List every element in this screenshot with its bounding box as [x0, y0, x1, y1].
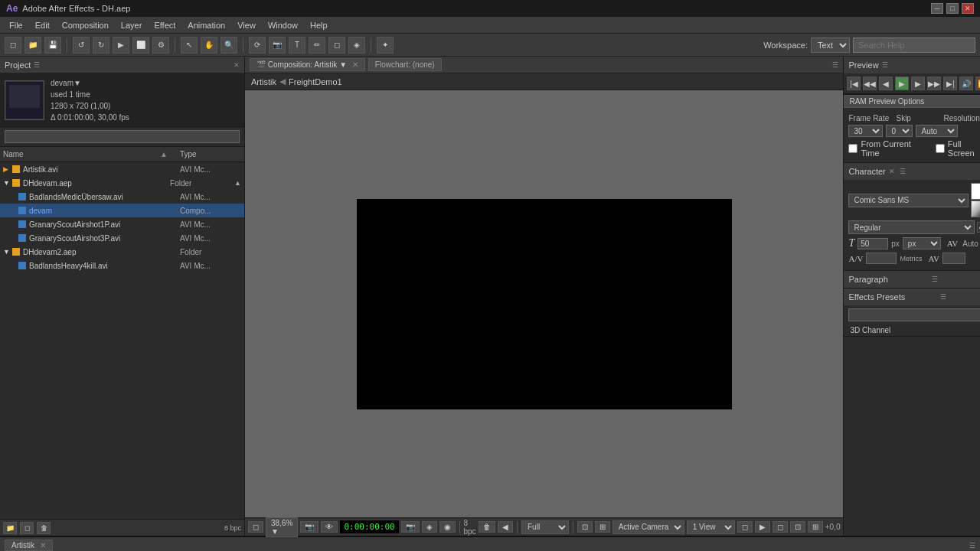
menu-edit[interactable]: Edit [29, 19, 56, 31]
bpc-label[interactable]: 8 bpc [463, 519, 476, 536]
snapshot-button[interactable]: 📷 [300, 521, 318, 533]
ram-preview-header[interactable]: RAM Preview Options ▼ [844, 95, 980, 108]
render-button[interactable]: ▶ [755, 521, 770, 533]
fill-color-swatch[interactable] [971, 183, 980, 200]
list-item[interactable]: ▼ DHdevam2.aep Folder [0, 245, 244, 259]
next-frame-button[interactable]: ▶▶ [927, 77, 941, 90]
comp-close[interactable]: ✕ [352, 60, 358, 69]
menu-effect[interactable]: Effect [148, 19, 181, 31]
pen-tool[interactable]: ✏ [309, 37, 325, 54]
list-item[interactable]: GranaryScoutAirshot1P.avi AVI Mc... [0, 217, 244, 231]
list-item[interactable]: ▼ DHdevam.aep Folder ▲ [0, 176, 244, 190]
skip-dropdown[interactable]: 0 1 2 [886, 125, 913, 137]
font-size-unit-dropdown[interactable]: px [903, 237, 941, 249]
zoom-tool[interactable]: 🔍 [220, 37, 237, 54]
resolution-dropdown[interactable]: Full Half Quarter Auto [521, 520, 569, 534]
selection-tool[interactable]: ↖ [181, 37, 198, 54]
timecode-display[interactable]: 0:00:00:00 [340, 520, 398, 533]
effects-search-input[interactable] [848, 308, 980, 321]
list-item[interactable]: BadlandsMedicÜbersaw.avi AVI Mc... [0, 190, 244, 204]
timeline-menu[interactable]: ☰ [969, 542, 975, 549]
font-style-dropdown[interactable]: Regular Bold Italic [848, 220, 975, 234]
camera-button[interactable]: 📷 [401, 521, 420, 533]
comp-button[interactable]: ◻ [737, 521, 753, 533]
flowchart-button[interactable]: Flowchart: (none) [368, 58, 442, 71]
stroke-color-swatch[interactable] [971, 201, 980, 217]
menu-composition[interactable]: Composition [56, 19, 115, 31]
new-comp-from-sel-button[interactable]: ◻ [20, 522, 34, 534]
menu-layer[interactable]: Layer [115, 19, 149, 31]
composition-viewer[interactable] [245, 90, 843, 517]
breadcrumb-freightdemo[interactable]: FreightDemo1 [289, 77, 342, 86]
effects-category-3d[interactable]: 3D Channel [844, 324, 980, 336]
menu-animation[interactable]: Animation [181, 19, 231, 31]
frame-rate-dropdown[interactable]: 30 24 25 [848, 125, 883, 137]
settings-button[interactable]: ⚙ [152, 37, 169, 54]
prev-frame-button[interactable]: ◀◀ [863, 77, 877, 90]
timeline-tab-close[interactable]: ✕ [40, 541, 46, 549]
tracking-input[interactable] [866, 253, 897, 264]
loop-button[interactable]: 🔁 [975, 77, 980, 90]
delete-button[interactable]: 🗑 [37, 522, 51, 534]
last-frame-button[interactable]: ▶| [943, 77, 957, 90]
resolution-dropdown[interactable]: Auto Full Half [916, 125, 958, 137]
comp-options-icon[interactable]: ☰ [832, 61, 838, 69]
open-button[interactable]: 📁 [24, 37, 41, 54]
minimize-button[interactable]: ─ [931, 3, 943, 14]
list-item[interactable]: BadlandsHeavy4kill.avi AVI Mc... [0, 259, 244, 272]
project-search-input[interactable] [5, 130, 240, 143]
zoom-display[interactable]: 38,6% ▼ [266, 517, 298, 537]
menu-file[interactable]: File [3, 19, 29, 31]
av-input[interactable] [942, 253, 965, 264]
workspace-dropdown[interactable]: Text [811, 37, 850, 53]
save-button[interactable]: 💾 [44, 37, 61, 54]
prev-one-frame-button[interactable]: ◀ [879, 77, 893, 90]
close-button[interactable]: ✕ [962, 3, 974, 14]
list-item[interactable]: devam Compo... [0, 204, 244, 217]
always-preview-button[interactable]: ◻ [248, 521, 263, 533]
next-one-frame-button[interactable]: ▶ [911, 77, 925, 90]
full-screen-checkbox[interactable] [936, 144, 945, 153]
from-current-time-checkbox[interactable] [848, 144, 858, 153]
clone-tool[interactable]: ◈ [348, 37, 365, 54]
menu-view[interactable]: View [231, 19, 262, 31]
puppet-tool[interactable]: ✦ [377, 37, 394, 54]
delete-footage-button[interactable]: 🗑 [479, 521, 495, 533]
layer-controls-button[interactable]: ◻ [773, 521, 788, 533]
list-item[interactable]: GranaryScoutAirshot3P.avi AVI Mc... [0, 231, 244, 245]
font-family-dropdown[interactable]: Comic Sans MS [848, 194, 969, 207]
guide-button[interactable]: ⊞ [808, 521, 823, 533]
camera-dropdown[interactable]: Active Camera [612, 520, 684, 534]
show-snapshot-button[interactable]: 👁 [321, 521, 338, 533]
exposure-button[interactable]: ◈ [422, 521, 437, 533]
breadcrumb-artistik[interactable]: Artistik [251, 77, 276, 86]
undo-button[interactable]: ↺ [73, 37, 90, 54]
view-dropdown[interactable]: 1 View 2 Views 4 Views [687, 520, 735, 534]
rotate-tool[interactable]: ⟳ [249, 37, 266, 54]
eyedropper-button[interactable] [977, 222, 980, 233]
project-panel-close[interactable]: ✕ [234, 61, 240, 69]
navigate-back-button[interactable]: ◀ [498, 521, 513, 533]
play-button[interactable]: ▶ [895, 77, 909, 90]
timeline-tab[interactable]: Artistik ✕ [5, 540, 53, 551]
output-button[interactable]: ⬜ [132, 37, 149, 54]
font-size-input[interactable] [858, 238, 888, 249]
menu-help[interactable]: Help [304, 19, 334, 31]
transparency-button[interactable]: ⊞ [595, 521, 610, 533]
render-button[interactable]: ▶ [113, 37, 129, 54]
menu-window[interactable]: Window [262, 19, 304, 31]
new-folder-button[interactable]: 📁 [3, 522, 17, 534]
hand-tool[interactable]: ✋ [201, 37, 217, 54]
first-frame-button[interactable]: |◀ [847, 77, 861, 90]
search-input[interactable] [853, 37, 975, 53]
list-item[interactable]: ▶ Artistik.avi AVI Mc... [0, 162, 244, 176]
color-button[interactable]: ◉ [439, 521, 456, 533]
text-tool[interactable]: T [289, 37, 305, 54]
pixel-button[interactable]: ⊡ [790, 521, 805, 533]
audio-button[interactable]: 🔊 [959, 77, 973, 90]
comp-tab[interactable]: 🎬 Composition: Artistik ▼ ✕ [250, 58, 365, 71]
maximize-button[interactable]: □ [946, 3, 959, 14]
redo-button[interactable]: ↻ [93, 37, 109, 54]
roi-button[interactable]: ⊡ [577, 521, 593, 533]
new-comp-button[interactable]: ◻ [5, 37, 21, 54]
